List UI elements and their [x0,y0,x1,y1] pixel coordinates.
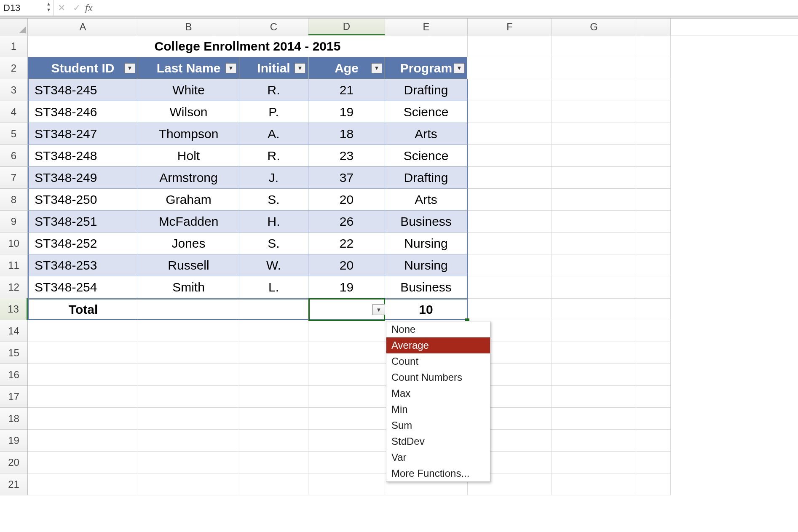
cell-program[interactable]: Science [385,101,468,123]
cell-program[interactable]: Arts [385,189,468,211]
row-header-12[interactable]: 12 [0,276,28,298]
row-header-9[interactable]: 9 [0,211,28,233]
cell-G5[interactable] [552,123,636,145]
cell-B21[interactable] [138,473,239,495]
cell-A14[interactable] [28,320,138,342]
th-initial[interactable]: Initial ▼ [239,57,308,79]
cell-program[interactable]: Drafting [385,167,468,189]
cell-extra-17[interactable] [636,386,671,408]
total-C[interactable] [239,298,308,320]
cell-extra-15[interactable] [636,342,671,364]
cell-D17[interactable] [308,386,385,408]
row-header-13[interactable]: 13 [0,298,28,320]
cell-student-id[interactable]: ST348-250 [28,189,138,211]
total-label-cell[interactable]: Total [28,298,138,320]
row-header-15[interactable]: 15 [0,342,28,364]
cell-A15[interactable] [28,342,138,364]
row-header-14[interactable]: 14 [0,320,28,342]
cell-B17[interactable] [138,386,239,408]
cell-extra-19[interactable] [636,430,671,452]
cell-G15[interactable] [552,342,636,364]
row-header-19[interactable]: 19 [0,430,28,452]
cell-G13[interactable] [552,298,636,320]
menu-item-min[interactable]: Min [386,401,490,417]
col-header-A[interactable]: A [28,19,138,35]
cell-extra-6[interactable] [636,145,671,167]
row-header-1[interactable]: 1 [0,35,28,57]
cell-F12[interactable] [468,276,552,298]
cell-program[interactable]: Business [385,211,468,233]
cell-F13[interactable] [468,298,552,320]
cell-D21[interactable] [308,473,385,495]
cell-F9[interactable] [468,211,552,233]
cell-age[interactable]: 20 [308,254,385,276]
name-box-spinner[interactable]: ▲ ▼ [46,1,51,13]
cell-initial[interactable]: R. [239,145,308,167]
cell-extra-13[interactable] [636,298,671,320]
cell-G19[interactable] [552,430,636,452]
cell-initial[interactable]: L. [239,276,308,298]
cell-F11[interactable] [468,254,552,276]
cell-F3[interactable] [468,79,552,101]
cell-A18[interactable] [28,408,138,430]
cell-extra-16[interactable] [636,364,671,386]
col-header-extra[interactable] [636,19,671,35]
cell-F10[interactable] [468,233,552,254]
cell-C14[interactable] [239,320,308,342]
cell-D19[interactable] [308,430,385,452]
cell-age[interactable]: 21 [308,79,385,101]
cell-age[interactable]: 23 [308,145,385,167]
menu-item-var[interactable]: Var [386,449,490,465]
cell-age[interactable]: 37 [308,167,385,189]
total-value-cell[interactable]: 10 [385,298,468,320]
row-header-6[interactable]: 6 [0,145,28,167]
menu-item-max[interactable]: Max [386,385,490,401]
cell-extra-3[interactable] [636,79,671,101]
spinner-down-icon[interactable]: ▼ [46,7,51,13]
row-header-2[interactable]: 2 [0,57,28,79]
cell-extra-1[interactable] [636,35,671,57]
cell-C19[interactable] [239,430,308,452]
cell-initial[interactable]: S. [239,233,308,254]
cell-extra-21[interactable] [636,473,671,495]
cell-program[interactable]: Drafting [385,79,468,101]
cell-extra-7[interactable] [636,167,671,189]
cell-G8[interactable] [552,189,636,211]
cell-student-id[interactable]: ST348-247 [28,123,138,145]
row-header-7[interactable]: 7 [0,167,28,189]
cell-F1[interactable] [468,35,552,57]
cell-last-name[interactable]: Jones [138,233,239,254]
spinner-up-icon[interactable]: ▲ [46,1,51,7]
cell-C20[interactable] [239,452,308,473]
cell-initial[interactable]: H. [239,211,308,233]
row-header-5[interactable]: 5 [0,123,28,145]
cell-last-name[interactable]: Wilson [138,101,239,123]
row-header-17[interactable]: 17 [0,386,28,408]
col-header-B[interactable]: B [138,19,239,35]
cell-student-id[interactable]: ST348-252 [28,233,138,254]
cell-G6[interactable] [552,145,636,167]
cell-last-name[interactable]: Smith [138,276,239,298]
cell-program[interactable]: Nursing [385,254,468,276]
cell-G10[interactable] [552,233,636,254]
cell-initial[interactable]: S. [239,189,308,211]
th-last-name[interactable]: Last Name ▼ [138,57,239,79]
cell-age[interactable]: 19 [308,276,385,298]
cell-A17[interactable] [28,386,138,408]
cell-G4[interactable] [552,101,636,123]
name-box[interactable]: D13 ▲ ▼ [0,0,54,16]
cell-G2[interactable] [552,57,636,79]
cell-extra-9[interactable] [636,211,671,233]
menu-item-none[interactable]: None [386,321,490,337]
row-header-20[interactable]: 20 [0,452,28,473]
cell-extra-12[interactable] [636,276,671,298]
cell-student-id[interactable]: ST348-254 [28,276,138,298]
cell-program[interactable]: Nursing [385,233,468,254]
cell-F7[interactable] [468,167,552,189]
cell-G9[interactable] [552,211,636,233]
cell-B20[interactable] [138,452,239,473]
cell-B16[interactable] [138,364,239,386]
cell-A19[interactable] [28,430,138,452]
cell-extra-18[interactable] [636,408,671,430]
cell-initial[interactable]: A. [239,123,308,145]
